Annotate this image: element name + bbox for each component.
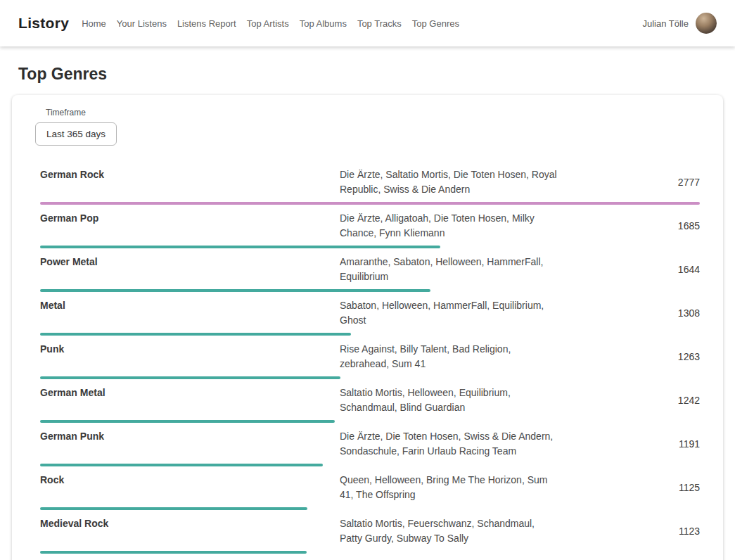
page-title: Top Genres: [18, 65, 717, 84]
nav-item-top-artists[interactable]: Top Artists: [247, 18, 289, 29]
timeframe-label: Timeframe: [46, 108, 700, 117]
avatar[interactable]: [696, 13, 717, 34]
genre-name: German Punk: [40, 429, 340, 442]
brand-logo[interactable]: Listory: [18, 15, 69, 32]
nav-item-home[interactable]: Home: [82, 18, 106, 29]
genre-row: Melodic MetalUnleash The Archers, Hellow…: [40, 554, 700, 560]
genre-count: 1125: [558, 482, 700, 493]
user-name[interactable]: Julian Tölle: [642, 18, 689, 29]
genre-artists: Die Ärzte, Die Toten Hosen, Swiss & Die …: [340, 429, 558, 459]
genre-artists: Saltatio Mortis, Helloween, Equilibrium,…: [340, 386, 558, 415]
genre-artists: Die Ärzte, Alligatoah, Die Toten Hosen, …: [340, 211, 558, 241]
genre-name: German Rock: [40, 167, 340, 180]
genre-name: Rock: [40, 473, 340, 485]
genre-name: Metal: [40, 298, 340, 311]
genre-row: German PopDie Ärzte, Alligatoah, Die Tot…: [40, 205, 700, 248]
genre-row: German RockDie Ärzte, Saltatio Mortis, D…: [40, 161, 700, 205]
nav-item-top-tracks[interactable]: Top Tracks: [357, 18, 402, 29]
genre-count: 1644: [558, 264, 700, 275]
genre-row: PunkRise Against, Billy Talent, Bad Reli…: [40, 336, 700, 379]
genre-row: RockQueen, Helloween, Bring Me The Horiz…: [40, 466, 700, 510]
genre-count: 1123: [558, 526, 700, 537]
genre-row: German MetalSaltatio Mortis, Helloween, …: [40, 379, 700, 423]
genre-artists: Amaranthe, Sabaton, Helloween, HammerFal…: [340, 255, 558, 284]
genre-count: 1191: [558, 438, 700, 450]
genre-name: Medieval Rock: [40, 516, 340, 529]
page-content: Top Genres Timeframe Last 365 days Germa…: [0, 65, 735, 560]
genre-artists: Sabaton, Helloween, HammerFall, Equilibr…: [340, 298, 558, 328]
genre-row: Medieval RockSaltatio Mortis, Feuerschwa…: [40, 510, 700, 554]
main-nav: HomeYour ListensListens ReportTop Artist…: [82, 18, 459, 29]
genre-artists: Die Ärzte, Saltatio Mortis, Die Toten Ho…: [340, 167, 558, 197]
genre-name: German Metal: [40, 386, 340, 398]
nav-right: Julian Tölle: [642, 13, 717, 34]
genre-count: 1263: [558, 351, 700, 362]
genre-artists: Saltatio Mortis, Feuerschwanz, Schandmau…: [340, 516, 558, 546]
genre-row: German PunkDie Ärzte, Die Toten Hosen, S…: [40, 423, 700, 466]
top-navbar: Listory HomeYour ListensListens ReportTo…: [0, 0, 735, 46]
genre-count: 1242: [558, 395, 700, 406]
nav-item-listens-report[interactable]: Listens Report: [177, 18, 236, 29]
genre-name: Punk: [40, 342, 340, 355]
genre-artists: Queen, Helloween, Bring Me The Horizon, …: [340, 473, 558, 502]
genre-count: 2777: [558, 177, 700, 188]
nav-item-your-listens[interactable]: Your Listens: [117, 18, 167, 29]
genre-count: 1308: [558, 307, 700, 319]
genre-artists: Rise Against, Billy Talent, Bad Religion…: [340, 342, 558, 371]
genre-row: MetalSabaton, Helloween, HammerFall, Equ…: [40, 292, 700, 336]
genre-name: Power Metal: [40, 255, 340, 267]
top-genres-card: Timeframe Last 365 days German RockDie Ä…: [12, 95, 723, 560]
timeframe-select[interactable]: Last 365 days: [35, 122, 117, 146]
genre-row: Power MetalAmaranthe, Sabaton, Helloween…: [40, 248, 700, 292]
genre-table: German RockDie Ärzte, Saltatio Mortis, D…: [35, 161, 700, 560]
genre-count: 1685: [558, 220, 700, 231]
nav-item-top-genres[interactable]: Top Genres: [412, 18, 459, 29]
genre-name: German Pop: [40, 211, 340, 224]
nav-item-top-albums[interactable]: Top Albums: [300, 18, 347, 29]
